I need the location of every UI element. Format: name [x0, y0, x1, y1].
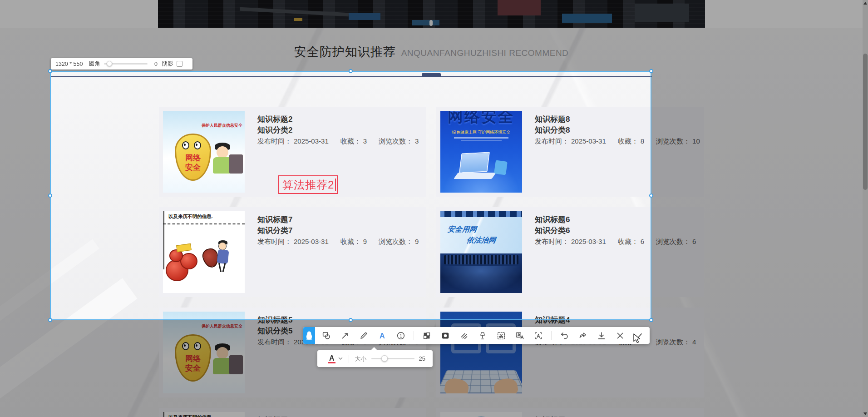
card-text: 知识标题4 知识分类4 发布时间：2025-03-31收藏：4浏览次数：4 — [535, 312, 696, 393]
selection-handle-nw[interactable] — [48, 69, 52, 73]
translate-tool-icon[interactable] — [514, 330, 526, 342]
views-count: 6 — [692, 238, 696, 245]
selection-size-toolbar: 1320 * 550 圆角 0 阴影 — [51, 58, 192, 70]
selection-handle-sw[interactable] — [48, 318, 52, 322]
banner-detail — [498, 0, 541, 15]
corner-radius-slider[interactable] — [104, 63, 148, 65]
banner-detail — [635, 4, 689, 22]
font-size-slider-knob[interactable] — [381, 355, 388, 362]
pin-tool-icon[interactable] — [477, 330, 488, 342]
selection-handle-n[interactable] — [349, 69, 353, 73]
knowledge-card[interactable]: 知识标题4 知识分类4 发布时间：2025-03-31收藏：4浏览次数：4 — [436, 308, 704, 397]
card-title: 知识标题3 — [257, 415, 376, 417]
card-image-keyboard — [440, 312, 522, 393]
selection-handle-s[interactable] — [349, 318, 353, 322]
carousel-pagination-dot[interactable] — [429, 20, 433, 26]
image-caption-text: 以及来历不明的信息. — [168, 414, 212, 417]
card-text: 知识标题3 发布时间：收藏：浏览次数： — [257, 412, 376, 417]
redo-icon[interactable] — [577, 330, 589, 342]
corner-radius-slider-knob[interactable] — [107, 61, 112, 66]
chevron-down-icon[interactable] — [338, 357, 343, 360]
card-title: 知识标题1 — [535, 415, 654, 417]
number-step-tool-icon[interactable]: 1 — [395, 330, 407, 342]
svg-text:A: A — [380, 331, 385, 339]
toolbar-divider — [551, 331, 552, 340]
popup-divider — [349, 355, 349, 363]
shield-graphic: 网络安全 — [175, 334, 211, 382]
qq-logo-icon[interactable] — [303, 327, 315, 344]
font-size-label: 大小 — [355, 355, 367, 363]
shield-text: 网络安全 — [176, 354, 210, 373]
hatch-marker-tool-icon[interactable] — [458, 330, 470, 342]
card-image-virus: 以及来历不明的信息. — [163, 412, 245, 417]
shadow-checkbox[interactable] — [177, 61, 182, 67]
snip-selection-region[interactable] — [50, 71, 651, 320]
font-size-slider[interactable] — [371, 358, 414, 359]
section-title: 安全防护知识推荐 — [294, 45, 396, 59]
banner-detail — [412, 20, 439, 25]
text-options-popup: A 大小 25 — [317, 350, 433, 367]
card-image-logo — [440, 412, 522, 417]
text-tool-icon[interactable]: A — [376, 330, 388, 342]
selection-handle-e[interactable] — [649, 194, 653, 198]
mouse-cursor-icon — [633, 333, 643, 346]
corner-radius-label: 圆角 — [89, 60, 100, 68]
scrollbar-down-arrow-icon[interactable] — [863, 412, 867, 415]
section-header: 安全防护知识推荐ANQUANFANGHUZHISHI RECOMMEND — [0, 44, 863, 60]
scrollbar-up-arrow-icon[interactable] — [863, 2, 867, 5]
snip-toolbar: A 1 — [303, 327, 650, 344]
selection-handle-se[interactable] — [649, 318, 653, 322]
pen-tool-icon[interactable] — [358, 330, 370, 342]
page-scrollbar[interactable] — [863, 0, 868, 417]
text-annotation-box[interactable]: 算法推荐2 — [278, 175, 338, 194]
knowledge-card[interactable]: 以及来历不明的信息. 知识标题3 发布时间：收藏：浏览次数： — [159, 408, 426, 417]
mosaic-tool-icon[interactable] — [421, 330, 433, 342]
screen-clip-tool-icon[interactable] — [495, 330, 507, 342]
scrollbar-thumb[interactable] — [863, 54, 868, 190]
close-icon[interactable] — [614, 330, 626, 342]
views-label: 浏览次数： — [656, 137, 690, 145]
banner-detail — [349, 13, 380, 20]
selection-dimensions: 1320 * 550 — [55, 61, 86, 67]
undo-icon[interactable] — [558, 330, 570, 342]
publish-time-label: 发布时间： — [257, 338, 291, 346]
shape-tool-icon[interactable] — [321, 330, 332, 342]
image-slogan-text: 保护人民群众信息安全 — [202, 323, 242, 329]
shadow-label: 阴影 — [162, 60, 173, 68]
arrow-tool-icon[interactable] — [339, 330, 351, 342]
section-subtitle: ANQUANFANGHUZHISHI RECOMMEND — [401, 48, 569, 58]
blur-tool-icon[interactable] — [439, 330, 451, 342]
card-image-shield: 保护人民群众信息安全网络安全 — [163, 312, 245, 393]
knowledge-card[interactable]: 知识标题1 发布时间：收藏：浏览次数： — [436, 408, 704, 417]
annotation-text[interactable]: 算法推荐2 — [282, 178, 334, 192]
corner-radius-value: 0 — [151, 61, 158, 67]
screen: 安全防护知识推荐ANQUANFANGHUZHISHI RECOMMEND 保护人… — [0, 0, 868, 417]
card-text: 知识标题1 发布时间：收藏：浏览次数： — [535, 412, 654, 417]
banner-carousel[interactable] — [158, 0, 705, 28]
tool-buttons: A 1 — [315, 330, 650, 342]
views-count: 4 — [692, 338, 696, 346]
font-color-picker[interactable]: A — [328, 354, 335, 363]
svg-text:1: 1 — [399, 333, 402, 338]
banner-detail — [294, 18, 302, 21]
selection-handle-w[interactable] — [48, 194, 52, 198]
banner-detail — [562, 14, 612, 23]
views-label: 浏览次数： — [656, 238, 690, 245]
font-size-value: 25 — [419, 355, 425, 362]
views-count: 10 — [692, 137, 700, 145]
text-cursor — [335, 179, 336, 191]
selection-handle-ne[interactable] — [649, 69, 653, 73]
toolbar-divider — [414, 331, 414, 340]
download-icon[interactable] — [596, 330, 607, 342]
views-label: 浏览次数： — [656, 338, 690, 346]
ocr-tool-icon[interactable] — [533, 330, 544, 342]
